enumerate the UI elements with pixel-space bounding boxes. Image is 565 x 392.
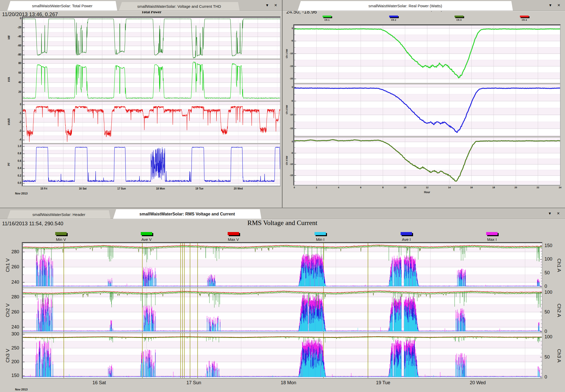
tab-label: smallWaistWaterSolar: Real Power (Watts) [368,4,442,8]
x-day-label: 17 Sun [181,380,207,386]
y-axis-unit-label-current: Ch2 A [556,300,562,321]
app-window: smallWaistWaterSolar: Total Power smallW… [0,0,565,392]
tab-label: smallWaistWaterSolar: Total Power [32,4,93,8]
y-axis-unit-label: kW [8,27,10,48]
y-tick-label: 0 [285,86,293,88]
y-tick-label: -5 [285,39,293,42]
tabbar-total-power: smallWaistWaterSolar: Total Power smallW… [0,0,282,11]
legend-item-ch-1 [323,16,331,17]
y-axis-unit-label: kVA [8,69,10,90]
legend-swatch [389,16,398,17]
tab-rms-voltage-current[interactable]: smallWaistWaterSolar: RMS Voltage and Cu… [113,209,261,219]
tab-voltage-current-thd[interactable]: smallWaistWaterSolar: Voltage and Curren… [119,2,240,11]
tab-real-power[interactable]: smallWaistWaterSolar: Real Power (Watts) [298,1,513,11]
legend-item-ave-i [401,232,412,235]
y-tick-label: 20 [11,90,21,93]
dropdown-icon[interactable]: ▼ [548,3,552,8]
panel-real-power: smallWaistWaterSolar: Real Power (Watts)… [283,0,565,208]
y-tick-label: -1 [11,112,21,115]
y-axis-unit-label-voltage: Ch2 V [5,300,11,321]
x-hour-label: 14 [446,186,452,189]
y-tick-label: -40 [11,35,21,38]
y-tick-label-voltage: 300 [4,331,19,337]
total-power-plot[interactable] [22,17,281,186]
y-tick-label: -4 [11,138,21,141]
x-month-label: Nov 2013 [15,192,27,195]
chart-canvas [23,243,542,378]
tab-header[interactable]: smallWaistWaterSolar: Header [7,210,110,219]
legend-item-max-i [486,232,498,235]
y-tick-label: -60 [11,44,21,47]
y-tick-label-current: 100 [545,334,560,340]
rms-plot[interactable] [22,242,542,379]
x-day-label: 19 Tue [189,187,210,190]
y-tick-label: -20 [285,77,293,80]
legend-label: Ave I [396,237,417,242]
close-icon[interactable]: ✕ [274,3,277,8]
x-day-label: 20 Wed [465,380,491,386]
window-buttons: ▼ ✕ [265,3,277,8]
tab-label: smallWaistWaterSolar: Voltage and Curren… [137,4,221,9]
y-tick-label: 60 [11,71,21,74]
legend-item-min-i [315,232,326,235]
legend-swatch [401,232,412,235]
x-day-label: 16 Sat [72,187,93,190]
x-hour-label: 8 [380,186,386,189]
dropdown-icon[interactable]: ▼ [548,211,552,216]
y-tick-label: 40 [11,81,21,84]
tab-total-power[interactable]: smallWaistWaterSolar: Total Power [7,1,117,11]
legend-label: Ch 2 [383,19,404,21]
cursor-readout: 11/16/2013 11:54, 290.540 [2,221,63,227]
x-hour-label: 10 [402,186,408,189]
x-day-label: 16 Sat [86,380,112,386]
y-tick-label: -3 [11,129,21,132]
y-tick-label: 0.6 [11,159,21,162]
x-day-label: 20 Wed [228,187,249,190]
tab-label: smallWaistWaterSolar: RMS Voltage and Cu… [139,212,235,216]
close-icon[interactable]: ✕ [557,211,560,216]
y-tick-label: 80 [11,62,21,65]
legend-item-max-v [228,232,239,235]
y-axis-unit-label: PF [8,154,10,175]
legend-swatch [228,232,239,235]
y-tick-label: -20 [11,26,21,29]
y-axis-unit-label: Ch 3 kW [285,150,288,171]
legend-label: Ch 1 [317,19,337,21]
legend-label: Ch 4 [514,19,535,21]
legend-item-ch-4 [520,16,529,17]
legend-swatch [323,16,331,17]
chart-title: RMS Voltage and Current [247,219,317,227]
real-power-plot[interactable] [293,24,561,186]
legend-label: Max V [223,237,244,242]
legend-swatch [455,16,463,17]
x-hour-label: 16 [468,186,475,189]
y-axis-unit-label: Ch 1 kW [285,43,288,64]
x-day-label: 18 Mon [276,380,302,386]
y-tick-label: 1.0 [11,145,21,148]
y-tick-label-current: 150 [545,243,560,248]
x-hour-label: 12 [424,186,430,189]
panel-rms-voltage-current: smallWaistWaterSolar: Header smallWaistW… [0,208,565,392]
y-tick-label-current: 100 [545,290,560,295]
y-tick-label: 0 [285,140,293,143]
close-icon[interactable]: ✕ [557,3,560,8]
y-tick-label-current: 0 [545,284,560,289]
dropdown-icon[interactable]: ▼ [265,3,269,8]
legend-item-min-v [55,232,67,235]
y-tick-label-voltage: 240 [4,324,19,330]
y-axis-unit-label-voltage: Ch3 V [5,345,11,366]
y-tick-label-voltage: 150 [4,373,19,378]
y-tick-label: 0 [11,17,21,20]
legend-item-ch-3 [455,16,463,17]
y-axis-unit-label-voltage: Ch1 V [5,255,11,276]
y-tick-label-current: 0 [545,374,560,380]
legend-label: Min V [51,237,71,242]
y-tick-label: -2 [11,121,21,123]
y-tick-label: 0.4 [11,167,21,170]
x-day-label: 17 Sun [111,187,132,190]
x-hour-label: 24 [557,186,563,189]
y-tick-label: 0 [285,27,293,30]
legend-swatch [520,16,529,17]
panel-total-power: smallWaistWaterSolar: Total Power smallW… [0,0,282,208]
window-buttons: ▼ ✕ [548,3,560,8]
